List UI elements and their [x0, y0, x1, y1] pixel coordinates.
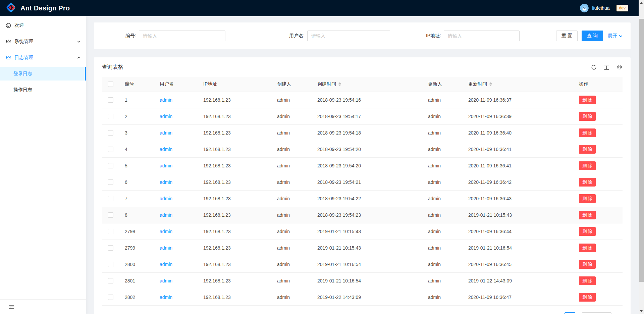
delete-button[interactable]: 删 除 — [579, 276, 596, 285]
ip-address-input[interactable] — [444, 31, 520, 41]
id-number-input[interactable] — [139, 31, 225, 41]
row-checkbox[interactable] — [108, 245, 113, 251]
delete-button[interactable]: 删 除 — [579, 260, 596, 269]
sidebar-item-label: 系统管理 — [14, 39, 33, 45]
delete-button[interactable]: 删 除 — [579, 161, 596, 170]
delete-button[interactable]: 删 除 — [579, 128, 596, 137]
row-checkbox[interactable] — [108, 229, 113, 234]
username-link[interactable]: admin — [160, 295, 172, 300]
page-size-select[interactable] — [582, 312, 611, 314]
username-link[interactable]: admin — [160, 179, 172, 185]
delete-button[interactable]: 删 除 — [579, 112, 596, 121]
pagination-page-button[interactable] — [565, 312, 575, 314]
username-link[interactable]: admin — [160, 97, 172, 103]
username-input[interactable] — [307, 31, 390, 41]
app-header: Ant Design Pro liufeihua dev — [0, 0, 639, 16]
cell-created-time: 2018-09-23 19:54:22 — [312, 190, 423, 207]
row-checkbox[interactable] — [108, 295, 113, 300]
cell-id: 3 — [119, 124, 154, 141]
scroll-down-icon[interactable] — [640, 310, 643, 312]
row-checkbox[interactable] — [108, 278, 113, 283]
delete-button[interactable]: 删 除 — [579, 96, 596, 104]
user-avatar[interactable] — [580, 4, 589, 12]
menu-fold-icon[interactable] — [9, 304, 14, 310]
row-checkbox[interactable] — [108, 97, 113, 103]
row-checkbox[interactable] — [108, 212, 113, 218]
delete-button[interactable]: 删 除 — [579, 178, 596, 187]
chevron-down-icon — [77, 40, 80, 43]
row-checkbox-cell — [102, 108, 119, 124]
username-link[interactable]: admin — [160, 212, 172, 218]
table-row: 2799 admin 192.168.1.23 admin 2019-01-21… — [102, 240, 623, 256]
row-checkbox[interactable] — [108, 114, 113, 119]
cell-id: 8 — [119, 207, 154, 223]
delete-button[interactable]: 删 除 — [579, 145, 596, 154]
row-checkbox[interactable] — [108, 130, 113, 136]
cell-ip: 192.168.1.23 — [198, 174, 272, 190]
username-link[interactable]: admin — [160, 229, 172, 234]
username-link[interactable]: admin — [160, 278, 172, 283]
cell-created-time: 2018-09-23 19:54:17 — [312, 108, 423, 124]
username-link[interactable]: admin — [160, 245, 172, 251]
username-link[interactable]: admin — [160, 130, 172, 136]
cell-ip: 192.168.1.23 — [198, 207, 272, 223]
delete-button[interactable]: 删 除 — [579, 194, 596, 203]
delete-button[interactable]: 删 除 — [579, 293, 596, 302]
username-link[interactable]: admin — [160, 114, 172, 119]
delete-button[interactable]: 删 除 — [579, 211, 596, 219]
cell-updated-time: 2020-11-09 16:36:44 — [463, 223, 574, 240]
sidebar-item-welcome[interactable]: 欢迎 — [0, 19, 86, 32]
expand-link[interactable]: 展开 — [608, 33, 623, 39]
query-button[interactable]: 查 询 — [582, 31, 603, 41]
sort-icon[interactable] — [489, 82, 492, 86]
cell-creator: admin — [272, 92, 312, 108]
row-checkbox[interactable] — [108, 196, 113, 201]
row-checkbox[interactable] — [108, 179, 113, 185]
scrollbar-thumb[interactable] — [639, 19, 644, 282]
user-name[interactable]: liufeihua — [592, 5, 609, 11]
sort-icon[interactable] — [338, 82, 341, 86]
sidebar-item-operation-log[interactable]: 操作日志 — [0, 83, 86, 97]
cell-id: 7 — [119, 190, 154, 207]
sidebar-item-log-management[interactable]: 日志管理 — [0, 51, 86, 64]
table-toolbar: 查询表格 — [94, 57, 631, 77]
cell-created-time: 2018-09-23 19:54:18 — [312, 124, 423, 141]
cell-ip: 192.168.1.23 — [198, 272, 272, 289]
username-link[interactable]: admin — [160, 163, 172, 168]
row-checkbox[interactable] — [108, 163, 113, 168]
row-checkbox[interactable] — [108, 147, 113, 152]
sidebar-item-login-log[interactable]: 登录日志 — [0, 67, 86, 81]
query-table-card: 查询表格 — [94, 57, 631, 314]
field-label: 用户名: — [274, 33, 307, 39]
row-checkbox-cell — [102, 207, 119, 223]
cell-ip: 192.168.1.23 — [198, 124, 272, 141]
settings-icon[interactable] — [616, 64, 623, 70]
search-field-id: 编号: — [102, 31, 225, 41]
cell-updater: admin — [423, 190, 463, 207]
username-link[interactable]: admin — [160, 262, 172, 267]
username-link[interactable]: admin — [160, 147, 172, 152]
cell-actions: 删 除 — [574, 272, 623, 289]
reset-button[interactable]: 重 置 — [556, 31, 578, 41]
cell-creator: admin — [272, 207, 312, 223]
select-all-checkbox[interactable] — [108, 82, 113, 87]
logo[interactable]: Ant Design Pro — [0, 2, 70, 14]
cell-actions: 删 除 — [574, 240, 623, 256]
chevron-down-icon — [619, 34, 623, 38]
reload-icon[interactable] — [591, 64, 597, 70]
scroll-up-icon[interactable] — [640, 2, 643, 4]
cell-ip: 192.168.1.23 — [198, 289, 272, 305]
delete-button[interactable]: 删 除 — [579, 244, 596, 252]
row-checkbox[interactable] — [108, 262, 113, 267]
cell-actions: 删 除 — [574, 92, 623, 108]
delete-button[interactable]: 删 除 — [579, 227, 596, 236]
cell-creator: admin — [272, 108, 312, 124]
cell-created-time: 2019-01-21 10:16:54 — [312, 256, 423, 272]
vertical-scrollbar[interactable] — [639, 0, 644, 314]
density-icon[interactable] — [604, 64, 609, 70]
cell-ip: 192.168.1.23 — [198, 223, 272, 240]
table-row: 7 admin 192.168.1.23 admin 2018-09-23 19… — [102, 190, 623, 207]
sidebar-item-system-management[interactable]: 系统管理 — [0, 35, 86, 48]
cell-id: 6 — [119, 174, 154, 190]
username-link[interactable]: admin — [160, 196, 172, 201]
